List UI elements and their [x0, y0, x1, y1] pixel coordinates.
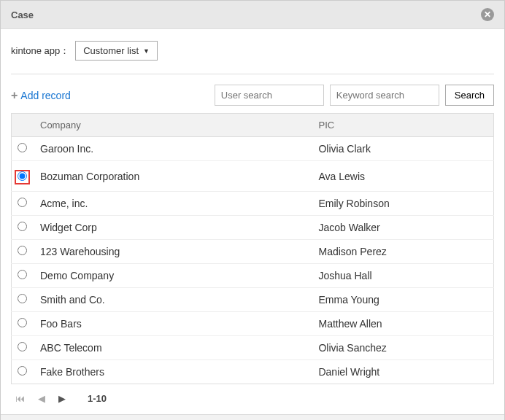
dialog-body: kintone app： Customer list ▼ + Add recor…	[1, 29, 504, 414]
pic-cell: Daniel Wright	[311, 360, 493, 384]
table-row[interactable]: Bozuman CorporationAva Lewis	[12, 161, 494, 192]
app-select[interactable]: Customer list ▼	[75, 41, 158, 61]
pager-prev-icon[interactable]: ◀	[38, 393, 45, 404]
row-radio[interactable]	[18, 342, 27, 351]
caret-down-icon: ▼	[143, 47, 150, 55]
company-header: Company	[33, 114, 311, 137]
row-radio[interactable]	[18, 198, 27, 207]
dialog-header: Case ✕	[1, 1, 504, 29]
table-row[interactable]: Foo BarsMatthew Allen	[12, 312, 494, 336]
plus-icon: +	[11, 89, 18, 102]
row-radio[interactable]	[18, 294, 27, 303]
company-cell: Foo Bars	[33, 312, 311, 336]
row-radio[interactable]	[18, 171, 27, 181]
pager-first-icon[interactable]: ⏮	[15, 393, 25, 404]
dialog-footer: Get Cancel	[1, 414, 504, 420]
company-cell: Bozuman Corporation	[33, 161, 311, 192]
company-cell: ABC Telecom	[33, 336, 311, 360]
search-group: Search	[215, 85, 494, 106]
pic-cell: Emily Robinson	[311, 192, 493, 216]
pager-next-icon[interactable]: ▶	[58, 393, 66, 404]
pager: ⏮ ◀ ▶ 1-10	[11, 384, 494, 407]
company-cell: 123 Warehousing	[33, 240, 311, 264]
row-radio[interactable]	[18, 222, 27, 231]
search-button[interactable]: Search	[445, 85, 494, 106]
table-row[interactable]: Smith and Co.Emma Young	[12, 288, 494, 312]
pic-cell: Joshua Hall	[311, 264, 493, 288]
table-row[interactable]: Widget CorpJacob Walker	[12, 216, 494, 240]
company-cell: Widget Corp	[33, 216, 311, 240]
row-radio[interactable]	[18, 318, 27, 327]
row-radio[interactable]	[18, 366, 27, 376]
table-row[interactable]: 123 WarehousingMadison Perez	[12, 240, 494, 264]
user-search-input[interactable]	[215, 85, 324, 106]
company-cell: Fake Brothers	[33, 360, 311, 384]
row-radio[interactable]	[18, 246, 27, 255]
company-cell: Garoon Inc.	[33, 137, 311, 161]
app-select-value: Customer list	[83, 45, 139, 56]
pic-cell: Jacob Walker	[311, 216, 493, 240]
pic-cell: Emma Young	[311, 288, 493, 312]
radio-highlight	[15, 170, 30, 184]
add-record-label: Add record	[20, 90, 70, 101]
company-cell: Acme, inc.	[33, 192, 311, 216]
table-row[interactable]: Acme, inc.Emily Robinson	[12, 192, 494, 216]
records-table: Company PIC Garoon Inc.Olivia ClarkBozum…	[11, 113, 494, 384]
dialog-title: Case	[11, 9, 34, 20]
row-radio[interactable]	[18, 270, 27, 279]
app-label: kintone app：	[11, 44, 69, 58]
pic-header: PIC	[311, 114, 493, 137]
table-row[interactable]: ABC TelecomOlivia Sanchez	[12, 336, 494, 360]
pic-cell: Madison Perez	[311, 240, 493, 264]
close-icon[interactable]: ✕	[481, 8, 494, 21]
radio-header	[12, 114, 34, 137]
pic-cell: Olivia Sanchez	[311, 336, 493, 360]
app-selector-row: kintone app： Customer list ▼	[11, 41, 494, 61]
table-row[interactable]: Garoon Inc.Olivia Clark	[12, 137, 494, 161]
table-row[interactable]: Fake BrothersDaniel Wright	[12, 360, 494, 384]
pager-info: 1-10	[88, 393, 107, 404]
company-cell: Smith and Co.	[33, 288, 311, 312]
table-row[interactable]: Demo CompanyJoshua Hall	[12, 264, 494, 288]
pic-cell: Ava Lewis	[311, 161, 493, 192]
add-record-link[interactable]: + Add record	[11, 89, 71, 102]
pic-cell: Matthew Allen	[311, 312, 493, 336]
case-dialog: Case ✕ kintone app： Customer list ▼ + Ad…	[0, 0, 505, 420]
keyword-search-input[interactable]	[330, 85, 439, 106]
row-radio[interactable]	[18, 143, 27, 152]
toolbar: + Add record Search	[11, 85, 494, 106]
company-cell: Demo Company	[33, 264, 311, 288]
divider	[11, 74, 494, 74]
pic-cell: Olivia Clark	[311, 137, 493, 161]
